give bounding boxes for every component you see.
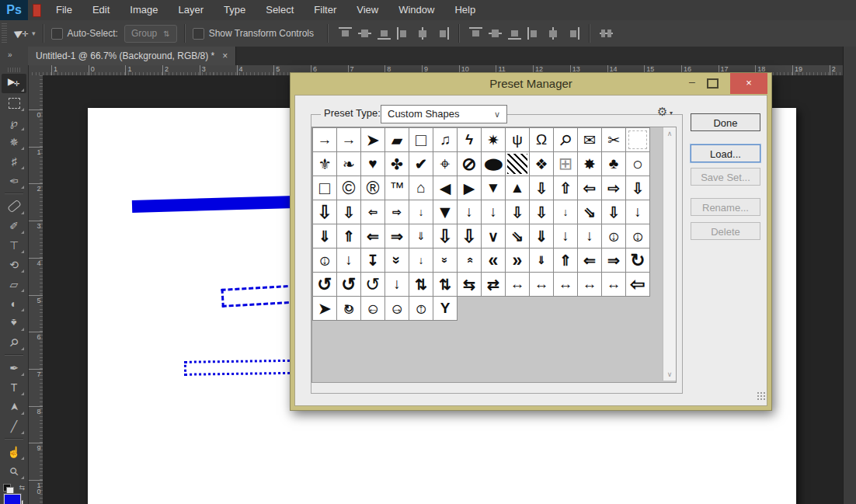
shape-chevron-down[interactable]: ∨ (481, 224, 506, 249)
shape-registration-target[interactable]: ⌖ (433, 151, 458, 176)
shape-arrow-right-striped[interactable]: ⇒ (385, 224, 409, 249)
shape-arrow-up-2[interactable]: ⇑ (553, 248, 578, 273)
line-tool[interactable]: ╱ (2, 416, 26, 436)
shape-double-chevron-left[interactable]: « (481, 248, 506, 273)
shape-arrow-down-to-bar[interactable]: ↧ (360, 248, 385, 273)
foreground-color-swatch[interactable] (4, 494, 21, 504)
menu-layer[interactable]: Layer (169, 0, 214, 20)
shape-copyright[interactable]: © (336, 176, 361, 200)
shape-double-chevron-right[interactable]: » (505, 248, 530, 273)
shape-grid[interactable]: ⊞ (553, 151, 578, 176)
shape-arrow-down-right-1[interactable]: ⇘ (577, 200, 602, 224)
shape-envelope[interactable]: ✉ (577, 127, 602, 152)
shape-double-arrow-5[interactable]: ↔ (601, 272, 626, 297)
brush-tool[interactable]: ✐ (2, 216, 26, 235)
shape-arrow-down-6[interactable]: ↓ (457, 200, 482, 224)
close-icon[interactable]: × (730, 73, 767, 94)
shape-circle[interactable]: ○ (625, 151, 650, 176)
shape-arrow-left-striped[interactable]: ⇐ (360, 224, 385, 249)
shape-arrow-down-5[interactable]: ↓ (409, 200, 433, 224)
align-left-edges-icon[interactable] (397, 27, 410, 40)
tab-close-icon[interactable]: × (222, 50, 228, 61)
shape-circular-arrow-3[interactable]: ↺ (336, 272, 361, 297)
shape-solid-arrow-right-2[interactable]: ➤ (312, 296, 337, 321)
current-tool-chip[interactable]: ▶✛ ▾ (15, 26, 36, 40)
auto-select-scope-dropdown[interactable]: Group ⇅ (124, 25, 177, 43)
shape-arrow-down-wide-2[interactable]: ⇩ (457, 224, 482, 249)
align-top-edges-icon[interactable] (339, 27, 352, 40)
shape-circle-arrow-down-1[interactable]: ○↓ (601, 224, 626, 249)
shape-trademark[interactable]: ™ (385, 176, 409, 200)
shape-paw-print[interactable]: ♣ (601, 151, 626, 176)
shape-musical-notes[interactable]: ♫ (433, 127, 458, 152)
shape-double-arrow-1[interactable]: ↔ (505, 272, 530, 297)
shape-arrow-down-pin-2[interactable]: ↓ (577, 224, 602, 249)
shape-arrow-left-3[interactable]: ⇐ (577, 248, 602, 273)
shape-arrow-down-14[interactable]: ⇓ (529, 224, 554, 249)
shape-double-chevron-up[interactable]: » (457, 248, 482, 273)
shape-arrow-down-4[interactable]: ⇩ (336, 200, 361, 224)
shape-banner[interactable]: ▰ (385, 127, 409, 152)
shape-arrow-down-12[interactable]: ↓ (625, 200, 650, 224)
shape-double-chevron-down-wide[interactable]: » (385, 248, 409, 273)
shape-square-frame[interactable]: □ (409, 127, 433, 152)
shape-triangle-up[interactable]: ▲ (505, 176, 530, 200)
shape-arrow-down-2[interactable]: ⇩ (625, 176, 650, 200)
shape-pushpin[interactable]: ⚲ (553, 127, 578, 152)
shape-triangle-down-2[interactable]: ▼ (433, 200, 458, 224)
save-set-button[interactable]: Save Set... (691, 168, 760, 186)
type-tool[interactable]: T (2, 377, 26, 397)
shape-arrow-down-11[interactable]: ⇩ (601, 200, 626, 224)
load-button[interactable]: Load... (691, 144, 760, 162)
eraser-tool[interactable]: ▱ (2, 274, 26, 294)
gear-icon[interactable]: ⚙ (657, 105, 667, 119)
shape-registered[interactable]: ® (360, 176, 385, 200)
shape-arrow-down-8[interactable]: ⇩ (505, 200, 530, 224)
scroll-up-icon[interactable]: ∧ (663, 127, 676, 140)
distribute-bottom-edges-icon[interactable] (508, 27, 521, 40)
distribute-right-edges-icon[interactable] (566, 27, 579, 40)
healing-brush-tool[interactable] (2, 196, 26, 216)
shape-arrow-right-2[interactable]: ⇨ (385, 200, 409, 224)
shape-scissors[interactable]: ✂ (601, 127, 626, 152)
pen-tool[interactable]: ✒ (2, 358, 26, 377)
clone-stamp-tool[interactable]: ⊤ (2, 235, 26, 255)
menu-window[interactable]: Window (388, 0, 444, 20)
shape-triangle-down[interactable]: ▼ (481, 176, 506, 200)
align-right-edges-icon[interactable] (436, 27, 449, 40)
shape-solid-arrow-left[interactable]: ⇦ (625, 272, 650, 297)
shape-triangle-left[interactable]: ◀ (433, 176, 458, 200)
shape-circular-arrow-2[interactable]: ↺ (312, 272, 337, 297)
dodge-tool[interactable]: ⚲ (2, 332, 26, 352)
path-selection-tool[interactable]: ➤ (2, 397, 26, 416)
shape-circular-arrow-1[interactable]: ↻ (625, 248, 650, 273)
shape-arrow-down-3[interactable]: ⇩ (312, 200, 337, 224)
scroll-down-icon[interactable]: ∨ (663, 368, 676, 381)
shape-square-thin[interactable]: □ (312, 176, 337, 200)
rename-button[interactable]: Rename... (691, 198, 760, 216)
menu-edit[interactable]: Edit (82, 0, 120, 20)
shape-heart[interactable]: ♥ (360, 151, 385, 176)
done-button[interactable]: Done (691, 113, 760, 131)
show-transform-checkbox[interactable] (193, 28, 204, 40)
crop-tool[interactable]: ♯ (2, 151, 26, 171)
shape-arrow-down-15[interactable]: ↓ (336, 248, 361, 273)
shape-arrow-up-segmented[interactable]: ⇑ (336, 224, 361, 249)
shape-diamond-pattern[interactable]: ❖ (529, 151, 554, 176)
shape-arrow-down-17[interactable]: ⇓ (529, 248, 554, 273)
menu-help[interactable]: Help (444, 0, 485, 20)
shape-circle-arrow-down-3[interactable]: ○↓ (312, 248, 337, 273)
shape-double-arrow-2[interactable]: ↔ (529, 272, 554, 297)
shape-refresh-arrows[interactable]: ↺ (360, 272, 385, 297)
shape-light-bulb[interactable]: Ω (529, 127, 554, 152)
resize-grip[interactable] (757, 391, 766, 401)
shape-starburst-1[interactable]: ✷ (481, 127, 506, 152)
shape-arrows-left-right-1[interactable]: ⇆ (457, 272, 482, 297)
align-bottom-edges-icon[interactable] (378, 27, 391, 40)
document-tab[interactable]: Untitled-1 @ 66.7% (Background, RGB/8) *… (28, 47, 236, 65)
shape-circle-arrow-left[interactable]: ○← (360, 296, 385, 321)
minimize-icon[interactable]: – (687, 78, 698, 89)
shape-grass[interactable]: ψ (505, 127, 530, 152)
shape-arrow-up-1[interactable]: ⇧ (553, 176, 578, 200)
menu-select[interactable]: Select (256, 0, 304, 20)
